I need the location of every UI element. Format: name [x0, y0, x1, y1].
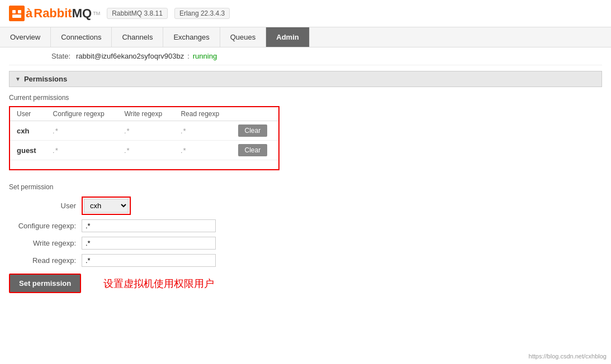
- user-select[interactable]: cxh guest: [84, 199, 129, 213]
- col-read: Read regexp: [174, 107, 231, 121]
- user-cxh: cxh: [10, 121, 46, 141]
- configure-regexp-label: Configure regexp:: [9, 222, 82, 230]
- permissions-section-title: Permissions: [24, 75, 67, 83]
- nav-exchanges[interactable]: Exchanges: [163, 27, 220, 47]
- node-name: rabbit@izuf6ekano2syfoqrv903bz: [76, 52, 184, 60]
- clear-cxh-button[interactable]: Clear: [238, 124, 268, 137]
- svg-rect-1: [12, 10, 16, 13]
- navigation: Overview Connections Channels Exchanges …: [0, 27, 611, 47]
- col-user: User: [10, 107, 46, 121]
- svg-rect-0: [9, 6, 25, 21]
- read-regexp-label: Read regexp:: [9, 256, 82, 265]
- configure-regex-guest: .*: [46, 141, 118, 160]
- logo-icon: [9, 6, 25, 21]
- user-select-wrapper: cxh guest: [82, 197, 131, 215]
- permissions-table-container: User Configure regexp Write regexp Read …: [9, 106, 280, 170]
- main-content: State: rabbit@izuf6ekano2syfoqrv903bz : …: [0, 47, 611, 304]
- nav-overview[interactable]: Overview: [0, 27, 51, 47]
- nav-queues[interactable]: Queues: [220, 27, 267, 47]
- rabbitmq-version-badge: RabbitMQ 3.8.11: [107, 8, 168, 19]
- col-action: [231, 107, 278, 121]
- configure-regexp-row: Configure regexp:: [9, 219, 602, 232]
- nav-connections[interactable]: Connections: [51, 27, 112, 47]
- permissions-table: User Configure regexp Write regexp Read …: [10, 107, 278, 160]
- table-row: guest .* .* .* Clear: [10, 141, 278, 160]
- configure-regexp-input[interactable]: [82, 219, 216, 232]
- write-regex-guest: .*: [117, 141, 174, 160]
- erlang-version-badge: Erlang 22.3.4.3: [174, 8, 230, 19]
- svg-rect-3: [12, 15, 21, 18]
- trademark-text: TM: [93, 11, 100, 16]
- read-regex-cxh: .*: [174, 121, 231, 141]
- col-configure: Configure regexp: [46, 107, 118, 121]
- permissions-section-header[interactable]: ▼ Permissions: [9, 71, 602, 87]
- configure-regex-cxh: .*: [46, 121, 118, 141]
- write-regexp-label: Write regexp:: [9, 239, 82, 247]
- logo-rabbit: à: [26, 6, 32, 21]
- user-guest: guest: [10, 141, 46, 160]
- submit-row: Set permission 设置虚拟机使用权限用户: [9, 274, 602, 293]
- state-separator: :: [187, 52, 190, 60]
- current-permissions-label: Current permissions: [9, 94, 602, 102]
- running-status: running: [193, 52, 217, 60]
- svg-rect-2: [18, 10, 21, 13]
- table-header-row: User Configure regexp Write regexp Read …: [10, 107, 278, 121]
- state-row: State: rabbit@izuf6ekano2syfoqrv903bz : …: [9, 47, 602, 65]
- write-regexp-input[interactable]: [82, 237, 216, 250]
- nav-admin[interactable]: Admin: [266, 27, 309, 47]
- read-regexp-row: Read regexp:: [9, 254, 602, 267]
- read-regexp-input[interactable]: [82, 254, 216, 267]
- set-permission-section: Set permission User cxh guest Configure …: [9, 183, 602, 293]
- user-select-label: User: [9, 202, 82, 210]
- read-regex-guest: .*: [174, 141, 231, 160]
- collapse-arrow-icon: ▼: [15, 76, 21, 82]
- write-regexp-row: Write regexp:: [9, 237, 602, 250]
- col-write: Write regexp: [117, 107, 174, 121]
- clear-guest-button[interactable]: Clear: [238, 144, 268, 156]
- set-permission-title: Set permission: [9, 183, 602, 191]
- user-form-row: User cxh guest: [9, 197, 602, 215]
- header: à RabbitMQ TM RabbitMQ 3.8.11 Erlang 22.…: [0, 0, 611, 27]
- logo-full-text: RabbitMQ: [34, 6, 92, 21]
- clear-guest-cell: Clear: [231, 141, 278, 160]
- annotation-text: 设置虚拟机使用权限用户: [103, 277, 214, 290]
- logo: à RabbitMQ TM: [9, 6, 100, 21]
- set-permission-button[interactable]: Set permission: [9, 274, 81, 293]
- write-regex-cxh: .*: [117, 121, 174, 141]
- nav-channels[interactable]: Channels: [112, 27, 163, 47]
- table-row: cxh .* .* .* Clear: [10, 121, 278, 141]
- clear-cxh-cell: Clear: [231, 121, 278, 141]
- state-label: State:: [9, 52, 76, 60]
